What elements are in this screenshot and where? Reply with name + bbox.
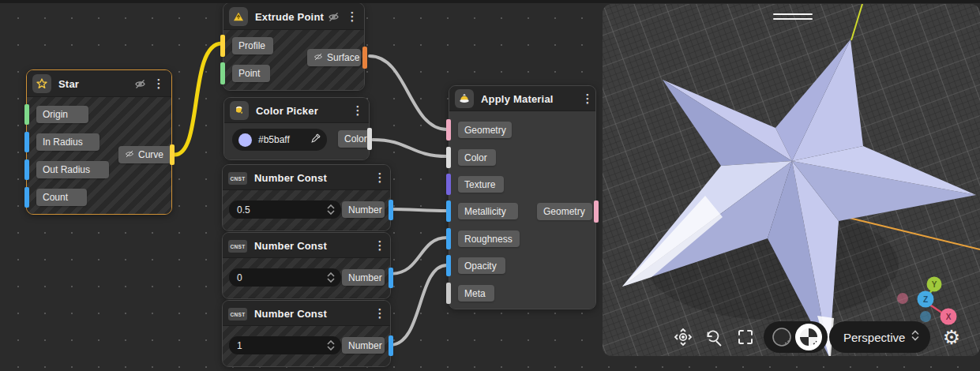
node-number-const-3[interactable]: CNST Number Const ⋮ 1 Number <box>222 300 391 367</box>
eyedropper-icon[interactable] <box>310 133 321 147</box>
number-input[interactable]: 1 <box>229 336 341 354</box>
output-port-curve[interactable] <box>170 144 175 165</box>
input-port-metallicity[interactable] <box>446 200 451 222</box>
extrude-icon <box>229 7 248 26</box>
node-header[interactable]: Apply Material ⋮ <box>449 86 595 111</box>
input-chip[interactable]: Profile <box>232 37 273 54</box>
output-chip-color[interactable]: Color <box>338 130 370 148</box>
node-star-header[interactable]: Star ⋮ <box>27 70 171 97</box>
input-port-roughness[interactable] <box>446 228 451 249</box>
frame-all-button[interactable] <box>735 327 756 347</box>
stepper-control[interactable] <box>327 200 335 219</box>
input-chip[interactable]: Roughness <box>458 230 520 247</box>
node-apply-material[interactable]: Apply Material ⋮ Geometry Color Texture … <box>449 85 596 309</box>
node-number-const-2[interactable]: CNST Number Const ⋮ 0 Number <box>222 232 391 299</box>
color-value-field[interactable]: #b5baff <box>232 129 327 151</box>
window-top-edge <box>0 0 980 3</box>
input-chip[interactable]: Count <box>36 189 87 206</box>
solid-shading-icon[interactable] <box>773 328 790 346</box>
const-badge: CNST <box>228 172 247 185</box>
paint-bucket-icon <box>230 101 249 120</box>
input-chip[interactable]: Origin <box>36 106 88 123</box>
visibility-off-icon[interactable] <box>325 3 342 30</box>
gizmo-y-label: Y <box>932 280 937 289</box>
output-port-color[interactable] <box>367 128 372 150</box>
output-port-number[interactable] <box>389 200 393 220</box>
node-menu-button[interactable]: ⋮ <box>152 70 166 97</box>
input-chip[interactable]: Color <box>458 149 496 166</box>
input-chip[interactable]: Opacity <box>458 257 505 274</box>
node-title: Number Const <box>254 233 327 258</box>
node-header[interactable]: CNST Number Const ⋮ <box>223 165 390 190</box>
input-port-in-radius[interactable] <box>24 132 29 152</box>
node-menu-button[interactable]: ⋮ <box>373 301 387 326</box>
reset-zoom-button[interactable] <box>703 327 723 347</box>
gizmo-neg-y[interactable] <box>920 311 931 322</box>
node-color-picker[interactable]: Color Picker ⋮ #b5baff Color <box>223 97 370 160</box>
viewport-scene: Y Z X <box>603 4 980 356</box>
const-badge: CNST <box>228 308 247 320</box>
node-menu-button[interactable]: ⋮ <box>345 3 359 30</box>
input-chip[interactable]: Texture <box>458 176 504 193</box>
input-port-profile[interactable] <box>220 35 225 57</box>
node-title: Star <box>58 70 79 97</box>
input-chip[interactable]: Point <box>232 65 270 82</box>
input-port-geometry[interactable] <box>446 119 451 141</box>
viewport-drag-handle[interactable] <box>773 13 813 15</box>
shading-mode-toggle[interactable] <box>764 321 828 353</box>
material-shading-icon[interactable] <box>795 324 822 350</box>
output-chip-number[interactable]: Number <box>342 337 385 354</box>
input-port-meta[interactable] <box>446 283 451 304</box>
node-menu-button[interactable]: ⋮ <box>373 165 387 190</box>
number-input[interactable]: 0 <box>229 268 341 287</box>
node-extrude-point[interactable]: Extrude Point ⋮ Profile Point Surface <box>223 2 365 91</box>
output-chip-geometry[interactable]: Geometry <box>537 203 592 220</box>
node-menu-button[interactable]: ⋮ <box>373 233 387 258</box>
visibility-off-icon <box>125 149 134 161</box>
node-number-const-1[interactable]: CNST Number Const ⋮ 0.5 Number <box>222 164 391 231</box>
input-port-point[interactable] <box>220 62 225 84</box>
node-header[interactable]: Extrude Point ⋮ <box>223 3 364 30</box>
node-star[interactable]: Star ⋮ Origin In Radius Out Radius Count… <box>26 69 172 215</box>
node-menu-button[interactable]: ⋮ <box>351 98 365 123</box>
settings-gear-button[interactable]: ⚙ <box>940 325 963 349</box>
input-port-origin[interactable] <box>24 104 29 125</box>
input-chip[interactable]: Metallicity <box>458 203 518 219</box>
input-port-count[interactable] <box>24 187 29 208</box>
output-port-number[interactable] <box>389 335 393 356</box>
output-chip-curve[interactable]: Curve <box>118 146 171 163</box>
input-port-out-radius[interactable] <box>24 159 29 180</box>
projection-dropdown[interactable]: Perspective <box>829 321 930 353</box>
node-title: Color Picker <box>256 98 318 123</box>
stepper-control[interactable] <box>327 336 335 354</box>
gizmo-x-label: X <box>946 313 952 321</box>
input-chip[interactable]: In Radius <box>36 133 100 151</box>
stepper-control[interactable] <box>327 268 335 287</box>
output-chip-number[interactable]: Number <box>342 269 385 286</box>
input-chip[interactable]: Geometry <box>458 122 512 138</box>
hex-value[interactable]: #b5baff <box>258 134 310 145</box>
input-chip[interactable]: Out Radius <box>36 161 109 178</box>
gizmo-neg-x[interactable] <box>897 293 908 304</box>
node-header[interactable]: CNST Number Const ⋮ <box>223 233 390 258</box>
number-input[interactable]: 0.5 <box>229 200 341 219</box>
node-header[interactable]: CNST Number Const ⋮ <box>223 301 390 326</box>
node-title: Number Const <box>254 165 327 190</box>
output-chip-surface[interactable]: Surface <box>307 49 361 66</box>
projection-label: Perspective <box>843 331 905 344</box>
node-header[interactable]: Color Picker ⋮ <box>224 98 369 123</box>
viewport-drag-handle[interactable] <box>773 18 813 20</box>
output-chip-number[interactable]: Number <box>342 201 385 218</box>
node-menu-button[interactable]: ⋮ <box>580 86 595 111</box>
input-port-texture[interactable] <box>446 174 451 195</box>
output-port-geometry[interactable] <box>594 200 599 223</box>
input-port-color[interactable] <box>446 147 451 168</box>
input-port-opacity[interactable] <box>446 255 451 276</box>
output-port-number[interactable] <box>389 268 393 288</box>
visibility-off-icon[interactable] <box>131 70 148 97</box>
input-chip[interactable]: Meta <box>458 285 494 302</box>
navigate-tool-button[interactable] <box>673 327 693 347</box>
color-swatch[interactable] <box>238 133 252 147</box>
viewport-3d[interactable]: Y Z X <box>603 4 980 356</box>
output-port-surface[interactable] <box>362 47 367 69</box>
